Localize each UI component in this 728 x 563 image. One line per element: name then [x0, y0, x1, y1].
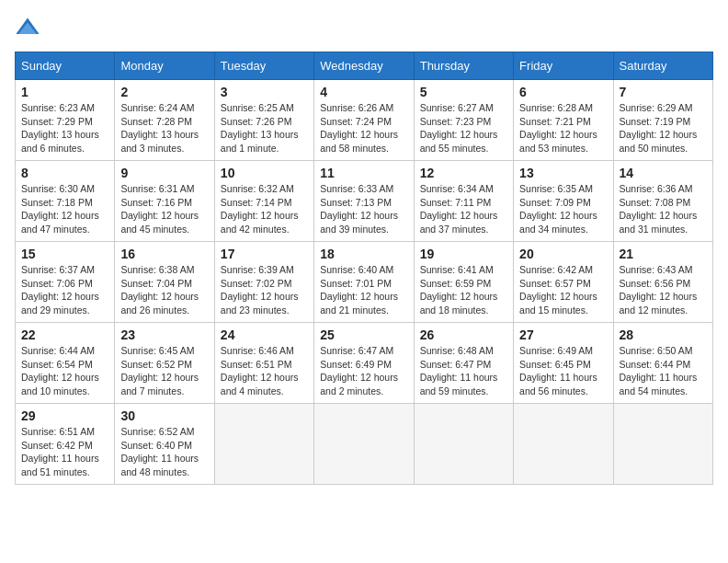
- day-number: 30: [120, 408, 208, 423]
- day-info: Sunrise: 6:48 AM Sunset: 6:47 PM Dayligh…: [420, 344, 507, 398]
- day-number: 23: [120, 327, 208, 342]
- logo: [15, 15, 44, 40]
- day-cell-1: 1Sunrise: 6:23 AM Sunset: 7:29 PM Daylig…: [16, 80, 115, 161]
- header-day-wednesday: Wednesday: [314, 52, 414, 80]
- day-number: 20: [519, 247, 607, 261]
- day-cell-12: 12Sunrise: 6:34 AM Sunset: 7:11 PM Dayli…: [414, 161, 513, 242]
- day-number: 25: [320, 327, 407, 342]
- day-cell-22: 22Sunrise: 6:44 AM Sunset: 6:54 PM Dayli…: [16, 323, 115, 404]
- header-day-thursday: Thursday: [414, 52, 513, 80]
- day-cell-10: 10Sunrise: 6:32 AM Sunset: 7:14 PM Dayli…: [214, 161, 313, 242]
- week-row-5: 29Sunrise: 6:51 AM Sunset: 6:42 PM Dayli…: [16, 404, 713, 485]
- day-cell-16: 16Sunrise: 6:38 AM Sunset: 7:04 PM Dayli…: [115, 242, 214, 323]
- day-number: 12: [420, 166, 507, 180]
- day-number: 17: [221, 247, 308, 261]
- day-info: Sunrise: 6:36 AM Sunset: 7:08 PM Dayligh…: [620, 182, 707, 236]
- day-info: Sunrise: 6:33 AM Sunset: 7:13 PM Dayligh…: [320, 182, 407, 236]
- day-cell-19: 19Sunrise: 6:41 AM Sunset: 6:59 PM Dayli…: [414, 242, 513, 323]
- day-number: 26: [420, 327, 507, 342]
- day-info: Sunrise: 6:40 AM Sunset: 7:01 PM Dayligh…: [320, 263, 407, 317]
- day-info: Sunrise: 6:47 AM Sunset: 6:49 PM Dayligh…: [320, 344, 407, 398]
- calendar-header: SundayMondayTuesdayWednesdayThursdayFrid…: [16, 52, 713, 80]
- day-cell-29: 29Sunrise: 6:51 AM Sunset: 6:42 PM Dayli…: [16, 404, 115, 485]
- day-number: 5: [420, 85, 507, 99]
- day-info: Sunrise: 6:38 AM Sunset: 7:04 PM Dayligh…: [120, 263, 208, 317]
- day-info: Sunrise: 6:51 AM Sunset: 6:42 PM Dayligh…: [21, 425, 108, 479]
- empty-cell: [514, 404, 613, 485]
- empty-cell: [414, 404, 513, 485]
- day-number: 22: [21, 327, 108, 342]
- header: [15, 15, 713, 40]
- day-cell-26: 26Sunrise: 6:48 AM Sunset: 6:47 PM Dayli…: [414, 323, 513, 404]
- day-info: Sunrise: 6:52 AM Sunset: 6:40 PM Dayligh…: [120, 425, 208, 479]
- day-cell-27: 27Sunrise: 6:49 AM Sunset: 6:45 PM Dayli…: [514, 323, 613, 404]
- logo-icon: [15, 15, 40, 40]
- day-cell-30: 30Sunrise: 6:52 AM Sunset: 6:40 PM Dayli…: [115, 404, 214, 485]
- day-info: Sunrise: 6:43 AM Sunset: 6:56 PM Dayligh…: [620, 263, 707, 317]
- day-number: 27: [519, 327, 607, 342]
- day-cell-18: 18Sunrise: 6:40 AM Sunset: 7:01 PM Dayli…: [314, 242, 414, 323]
- day-info: Sunrise: 6:27 AM Sunset: 7:23 PM Dayligh…: [420, 101, 507, 155]
- day-number: 14: [620, 166, 707, 180]
- week-row-1: 1Sunrise: 6:23 AM Sunset: 7:29 PM Daylig…: [16, 80, 713, 161]
- header-row: SundayMondayTuesdayWednesdayThursdayFrid…: [16, 52, 713, 80]
- day-cell-5: 5Sunrise: 6:27 AM Sunset: 7:23 PM Daylig…: [414, 80, 513, 161]
- empty-cell: [613, 404, 712, 485]
- day-info: Sunrise: 6:49 AM Sunset: 6:45 PM Dayligh…: [519, 344, 607, 398]
- day-cell-2: 2Sunrise: 6:24 AM Sunset: 7:28 PM Daylig…: [115, 80, 214, 161]
- day-cell-11: 11Sunrise: 6:33 AM Sunset: 7:13 PM Dayli…: [314, 161, 414, 242]
- day-cell-14: 14Sunrise: 6:36 AM Sunset: 7:08 PM Dayli…: [613, 161, 712, 242]
- day-number: 7: [620, 85, 707, 99]
- day-number: 1: [21, 85, 108, 99]
- day-info: Sunrise: 6:35 AM Sunset: 7:09 PM Dayligh…: [519, 182, 607, 236]
- day-number: 9: [120, 166, 208, 180]
- day-info: Sunrise: 6:42 AM Sunset: 6:57 PM Dayligh…: [519, 263, 607, 317]
- day-number: 19: [420, 247, 507, 261]
- day-number: 16: [120, 247, 208, 261]
- day-info: Sunrise: 6:29 AM Sunset: 7:19 PM Dayligh…: [620, 101, 707, 155]
- day-number: 8: [21, 166, 108, 180]
- calendar-table: SundayMondayTuesdayWednesdayThursdayFrid…: [15, 52, 713, 485]
- day-info: Sunrise: 6:46 AM Sunset: 6:51 PM Dayligh…: [221, 344, 308, 398]
- day-info: Sunrise: 6:30 AM Sunset: 7:18 PM Dayligh…: [21, 182, 108, 236]
- day-cell-15: 15Sunrise: 6:37 AM Sunset: 7:06 PM Dayli…: [16, 242, 115, 323]
- day-info: Sunrise: 6:41 AM Sunset: 6:59 PM Dayligh…: [420, 263, 507, 317]
- empty-cell: [214, 404, 313, 485]
- day-cell-25: 25Sunrise: 6:47 AM Sunset: 6:49 PM Dayli…: [314, 323, 414, 404]
- header-day-friday: Friday: [514, 52, 613, 80]
- day-number: 29: [21, 408, 108, 423]
- header-day-saturday: Saturday: [613, 52, 712, 80]
- calendar-body: 1Sunrise: 6:23 AM Sunset: 7:29 PM Daylig…: [16, 80, 713, 485]
- day-info: Sunrise: 6:45 AM Sunset: 6:52 PM Dayligh…: [120, 344, 208, 398]
- day-number: 4: [320, 85, 407, 99]
- day-number: 24: [221, 327, 308, 342]
- empty-cell: [314, 404, 414, 485]
- day-info: Sunrise: 6:32 AM Sunset: 7:14 PM Dayligh…: [221, 182, 308, 236]
- day-info: Sunrise: 6:25 AM Sunset: 7:26 PM Dayligh…: [221, 101, 308, 155]
- week-row-3: 15Sunrise: 6:37 AM Sunset: 7:06 PM Dayli…: [16, 242, 713, 323]
- header-day-sunday: Sunday: [16, 52, 115, 80]
- day-info: Sunrise: 6:28 AM Sunset: 7:21 PM Dayligh…: [519, 101, 607, 155]
- day-cell-23: 23Sunrise: 6:45 AM Sunset: 6:52 PM Dayli…: [115, 323, 214, 404]
- day-number: 15: [21, 247, 108, 261]
- day-info: Sunrise: 6:34 AM Sunset: 7:11 PM Dayligh…: [420, 182, 507, 236]
- day-info: Sunrise: 6:26 AM Sunset: 7:24 PM Dayligh…: [320, 101, 407, 155]
- day-info: Sunrise: 6:23 AM Sunset: 7:29 PM Dayligh…: [21, 101, 108, 155]
- day-cell-28: 28Sunrise: 6:50 AM Sunset: 6:44 PM Dayli…: [613, 323, 712, 404]
- day-number: 28: [620, 327, 707, 342]
- day-info: Sunrise: 6:44 AM Sunset: 6:54 PM Dayligh…: [21, 344, 108, 398]
- day-info: Sunrise: 6:39 AM Sunset: 7:02 PM Dayligh…: [221, 263, 308, 317]
- day-cell-21: 21Sunrise: 6:43 AM Sunset: 6:56 PM Dayli…: [613, 242, 712, 323]
- day-info: Sunrise: 6:37 AM Sunset: 7:06 PM Dayligh…: [21, 263, 108, 317]
- day-cell-7: 7Sunrise: 6:29 AM Sunset: 7:19 PM Daylig…: [613, 80, 712, 161]
- day-cell-24: 24Sunrise: 6:46 AM Sunset: 6:51 PM Dayli…: [214, 323, 313, 404]
- day-cell-6: 6Sunrise: 6:28 AM Sunset: 7:21 PM Daylig…: [514, 80, 613, 161]
- week-row-4: 22Sunrise: 6:44 AM Sunset: 6:54 PM Dayli…: [16, 323, 713, 404]
- day-number: 10: [221, 166, 308, 180]
- day-cell-4: 4Sunrise: 6:26 AM Sunset: 7:24 PM Daylig…: [314, 80, 414, 161]
- day-cell-8: 8Sunrise: 6:30 AM Sunset: 7:18 PM Daylig…: [16, 161, 115, 242]
- day-number: 6: [519, 85, 607, 99]
- week-row-2: 8Sunrise: 6:30 AM Sunset: 7:18 PM Daylig…: [16, 161, 713, 242]
- day-number: 18: [320, 247, 407, 261]
- day-number: 11: [320, 166, 407, 180]
